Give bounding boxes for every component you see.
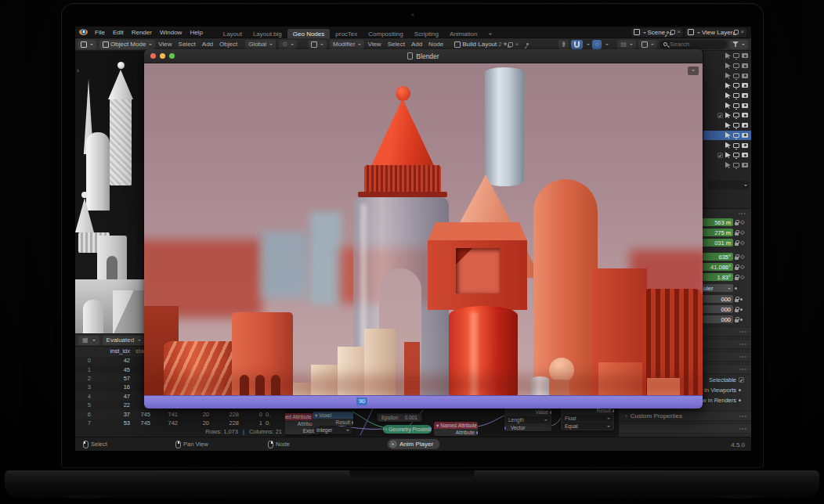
- lock-icon[interactable]: [735, 243, 739, 246]
- keyframe-diamond-icon[interactable]: ◇: [740, 239, 744, 246]
- checkbox-checked[interactable]: ✓: [717, 153, 723, 158]
- node-menu-node[interactable]: Node: [425, 41, 446, 48]
- lock-icon[interactable]: [735, 277, 739, 280]
- node-menu-add[interactable]: Add: [408, 41, 425, 48]
- table-row[interactable]: 7537457422022810.: [75, 419, 285, 427]
- close-icon[interactable]: ×: [740, 29, 744, 35]
- voxel-type-dropdown[interactable]: Integer: [314, 427, 352, 434]
- decorator-dot[interactable]: [740, 298, 743, 301]
- node-geometry-proximity[interactable]: ›Geometry Proximity: [383, 425, 432, 434]
- tab-proctex[interactable]: procTex: [330, 29, 363, 38]
- sidebar-expander-icon[interactable]: ›: [146, 73, 149, 81]
- socket-position[interactable]: [430, 427, 432, 430]
- snap-magnet-toggle[interactable]: [571, 40, 583, 49]
- decorator-dot[interactable]: [735, 287, 737, 290]
- add-workspace-button[interactable]: +: [482, 29, 497, 38]
- close-icon[interactable]: ×: [677, 29, 681, 35]
- close-traffic-light[interactable]: [150, 53, 156, 59]
- outliner-panel[interactable]: ✓ ✓: [703, 51, 751, 208]
- outliner-row[interactable]: [703, 81, 751, 91]
- menu-help[interactable]: Help: [186, 29, 206, 36]
- outliner-row[interactable]: [703, 70, 751, 81]
- parenting-button[interactable]: ⮭: [558, 40, 569, 49]
- socket-attribute[interactable]: [476, 431, 478, 434]
- lock-icon[interactable]: [735, 267, 739, 270]
- lock-icon[interactable]: [735, 232, 739, 236]
- copy-icon[interactable]: [734, 30, 739, 34]
- node-named-attribute[interactable]: ▾Named Attribute Attribute: [434, 422, 478, 436]
- editor-type-button[interactable]: ▦: [78, 336, 99, 345]
- object-mode-dropdown[interactable]: Object Mode: [99, 40, 155, 49]
- compare-type-dropdown[interactable]: Float: [562, 415, 613, 422]
- maximize-traffic-light[interactable]: [169, 53, 175, 59]
- node-tree-type-button[interactable]: [308, 40, 327, 49]
- outliner-collection-filter[interactable]: [638, 40, 657, 49]
- checkbox-checked[interactable]: ✓: [717, 113, 723, 118]
- current-frame-badge[interactable]: 90: [356, 398, 367, 405]
- proportional-options-chevron[interactable]: [605, 44, 609, 47]
- outliner-footer-dropdown[interactable]: [708, 181, 749, 189]
- tab-compositing[interactable]: Compositing: [363, 29, 408, 38]
- viewport-menu-view[interactable]: View: [155, 41, 175, 48]
- unlink-icon[interactable]: ×: [515, 41, 519, 48]
- view-layer-selector[interactable]: View Layer ×: [685, 28, 746, 37]
- editor-type-button[interactable]: [78, 40, 96, 49]
- viewport-menu-select[interactable]: Select: [175, 41, 199, 48]
- outliner-row[interactable]: [703, 140, 751, 150]
- decorator-dot[interactable]: [739, 399, 741, 401]
- tab-layout[interactable]: Layout: [218, 29, 248, 38]
- socket-value[interactable]: [550, 411, 551, 414]
- node-compare[interactable]: Result Float Equal: [561, 407, 614, 430]
- outliner-row[interactable]: [703, 160, 751, 171]
- node-menu-select[interactable]: Select: [385, 41, 408, 48]
- minimize-traffic-light[interactable]: [160, 53, 165, 59]
- socket-result[interactable]: [613, 409, 614, 412]
- modifier-dropdown[interactable]: Modifier: [330, 40, 364, 49]
- socket-result[interactable]: [352, 421, 353, 424]
- outliner-row[interactable]: [703, 61, 751, 71]
- outliner-search-input[interactable]: Search: [660, 40, 727, 49]
- menu-render[interactable]: Render: [128, 29, 156, 36]
- transform-orientation-dropdown[interactable]: Global: [245, 40, 276, 49]
- proportional-edit-toggle[interactable]: ◌: [592, 40, 602, 49]
- menu-window[interactable]: Window: [156, 29, 186, 36]
- keyframe-diamond-icon[interactable]: ◇: [740, 254, 744, 260]
- render-timeline-strip[interactable]: 90: [144, 395, 703, 409]
- render-window-titlebar[interactable]: Blender: [144, 49, 703, 63]
- tab-scripting[interactable]: Scripting: [409, 29, 444, 38]
- custom-properties-section[interactable]: ›Custom Properties •••: [619, 411, 751, 421]
- outliner-row[interactable]: ✓: [703, 110, 751, 121]
- tab-animation[interactable]: Animation: [444, 29, 483, 38]
- keyframe-diamond-icon[interactable]: ◇: [740, 219, 744, 225]
- compare-operation-dropdown[interactable]: Equal: [562, 423, 613, 430]
- pin-icon[interactable]: [667, 31, 670, 34]
- users-count-badge[interactable]: 2: [498, 41, 501, 48]
- checkbox-checked[interactable]: ✓: [739, 377, 744, 383]
- keyframe-diamond-icon[interactable]: ◇: [740, 264, 744, 270]
- outliner-filter-button[interactable]: [729, 40, 748, 49]
- node-vector-math[interactable]: Value Length Vector: [504, 409, 551, 431]
- lock-icon[interactable]: [735, 299, 739, 302]
- lock-icon[interactable]: [735, 257, 739, 260]
- scene-selector[interactable]: Scene ×: [631, 28, 683, 37]
- stop-icon[interactable]: ×: [389, 441, 396, 448]
- node-menu-view[interactable]: View: [364, 41, 384, 48]
- keyframe-diamond-icon[interactable]: ◇: [740, 274, 744, 280]
- lock-icon[interactable]: [735, 319, 739, 322]
- socket-vector[interactable]: [504, 427, 506, 430]
- snap-options-chevron[interactable]: [587, 44, 590, 47]
- pin-icon[interactable]: [526, 42, 529, 45]
- vector-math-operation-dropdown[interactable]: Length: [506, 416, 550, 423]
- tab-layout-big[interactable]: Layout.big: [248, 29, 287, 38]
- render-view-dropdown[interactable]: [688, 67, 699, 75]
- viewport-menu-add[interactable]: Add: [199, 41, 216, 48]
- properties-section[interactable]: •••: [619, 423, 751, 434]
- outliner-display-mode[interactable]: ▤: [617, 40, 636, 49]
- fake-user-icon[interactable]: ♥: [504, 41, 508, 48]
- decorator-dot[interactable]: [739, 389, 741, 391]
- outliner-row[interactable]: [703, 51, 751, 61]
- decorator-dot[interactable]: [740, 308, 743, 311]
- menu-edit[interactable]: Edit: [109, 29, 128, 36]
- tab-geo-nodes[interactable]: Geo Nodes: [287, 29, 330, 38]
- render-window[interactable]: Blender: [144, 49, 703, 409]
